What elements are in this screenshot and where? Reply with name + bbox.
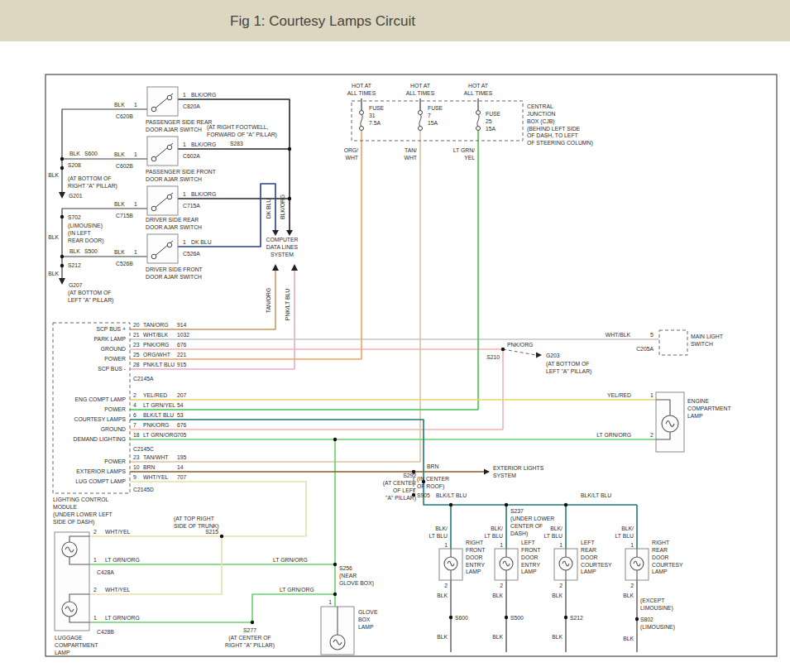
pin-function: LUG COMPT LAMP	[75, 478, 126, 484]
connector-label: C2145D	[133, 487, 154, 492]
wire-label: PNK/LT BLU	[285, 289, 290, 320]
wire-label: PNK/ORG	[143, 342, 169, 348]
circuit-number: 14	[177, 464, 184, 470]
connector-label: C2145A	[133, 376, 154, 382]
wire-label: TAN/ORG	[143, 322, 168, 328]
pin-label: 1	[134, 151, 137, 157]
connector-label: C602A	[183, 153, 200, 159]
wire-label: BLK	[48, 271, 59, 276]
component-name: DRIVER SIDE FRONTDOOR AJAR SWITCH	[146, 266, 203, 280]
switch-box	[147, 137, 178, 166]
connector-label: C602B	[116, 163, 133, 169]
switch-box	[147, 234, 178, 263]
switch-box	[147, 186, 178, 215]
connector-label: C205A	[636, 346, 654, 352]
splice-label: S283	[230, 141, 243, 146]
wire-label: BLK	[114, 151, 125, 157]
wire-label: BRN	[143, 464, 155, 470]
wire-label: YEL/RED	[607, 392, 631, 398]
page-title: Fig 1: Courtesy Lamps Circuit	[230, 13, 415, 29]
wire-label: BLK/LT BLU	[436, 492, 467, 498]
pin-label: 5	[650, 332, 654, 338]
splice-label: S208	[68, 162, 81, 168]
wire-label: BLK	[48, 234, 59, 240]
wire-label: LT GRN/ORG	[280, 587, 314, 593]
wire-label: BLK/LT BLU	[581, 492, 611, 498]
location-note: (AT TOP RIGHTSIDE OF TRUNK)	[174, 516, 219, 530]
connector-label: C715B	[116, 213, 133, 218]
pin-label: 2	[444, 583, 448, 588]
wire-label: BLK	[623, 636, 634, 641]
pin-function: GROUND	[101, 426, 126, 432]
wire-label: TAN/WHT	[405, 147, 418, 161]
wire-label: BLK	[552, 593, 563, 598]
splice-label: S905	[417, 492, 430, 498]
wire-label: ORG/WHT	[143, 352, 170, 358]
wire-label: TAN/WHT	[143, 454, 168, 460]
circuit-number: 914	[177, 322, 187, 328]
wire-label: BLK	[48, 172, 59, 178]
pin-label: 1	[650, 392, 654, 398]
system-reference: COMPUTERDATA LINESSYSTEM	[266, 237, 299, 257]
wire-label: LT GRN/ORG	[596, 432, 631, 438]
pin-label: 1	[134, 249, 137, 255]
wire-label: PNK/ORG	[143, 422, 169, 428]
splice-label: S212	[570, 615, 583, 621]
wire-label: WHT/BLK	[143, 332, 169, 338]
ground-label: G203	[546, 353, 560, 358]
splice-label: S702	[68, 214, 81, 220]
pin-label: 9	[133, 474, 136, 480]
wire-label: BLK	[623, 593, 634, 598]
splice-label: S500	[84, 248, 98, 254]
pin-label: 2	[559, 583, 563, 588]
connector-label: C428B	[97, 629, 114, 635]
switch-box	[147, 87, 178, 116]
connector-label: C526B	[116, 261, 133, 266]
splice-label: S215	[205, 529, 218, 535]
pin-label: 20	[133, 322, 140, 328]
connector-label: C428A	[97, 569, 114, 575]
wire-label: PNK/LT BLU	[143, 362, 175, 367]
wire-label: LT GRN/ORG	[105, 557, 140, 563]
splice-label: S500	[510, 615, 524, 621]
ground-label: G207	[69, 282, 83, 288]
wire-label: LT GRN/YEL	[143, 402, 175, 408]
pin-label: 4	[133, 402, 136, 408]
circuit-number: 53	[177, 412, 184, 418]
location-note: (AT BOTTOM OFLEFT "A" PILLAR)	[546, 361, 591, 375]
pin-label: 6	[133, 412, 136, 418]
pin-label: 1	[183, 142, 186, 147]
pin-label: 1	[93, 557, 97, 563]
pin-function: SCP BUS +	[96, 326, 126, 332]
wire-label: WHT/YEL	[143, 474, 168, 480]
pin-label: 1	[134, 201, 137, 207]
location-note: (AT BOTTOM OFRIGHT "A" PILLAR)	[68, 175, 117, 190]
wire-label: BLK/LT BLU	[143, 412, 174, 418]
component-name: DRIVER SIDE REARDOOR AJAR SWITCH	[146, 217, 202, 230]
pin-label: 2	[630, 583, 634, 588]
pin-label: 10	[133, 464, 140, 470]
pin-label: 2	[500, 583, 503, 588]
pin-function: GROUND	[101, 346, 126, 352]
pin-label: 7	[133, 422, 136, 428]
wire-label: LT GRN/ORG	[273, 557, 308, 563]
connector-label: C715A	[183, 203, 200, 209]
wire-label: BLK	[437, 593, 448, 598]
circuit-number: 207	[177, 392, 187, 398]
wire-label: BLK/ORG	[280, 194, 285, 219]
pin-function: PARK LAMP	[94, 336, 127, 342]
wire-label: TAN/ORG	[266, 288, 271, 313]
location-note: (IN CENTEROF ROOF)	[417, 476, 449, 490]
wire-label: BLK	[114, 102, 125, 108]
pin-label: 23	[133, 342, 140, 348]
wire-label: PNK/ORG	[507, 342, 533, 348]
circuit-number: 676	[177, 342, 187, 348]
pin-label: 18	[133, 432, 140, 438]
wire-label: BLK	[114, 249, 125, 255]
wire-label: DK BLU	[266, 199, 271, 219]
pin-label: 1	[630, 542, 634, 548]
pin-function: COURTESY LAMPS	[74, 416, 127, 422]
variant-note: (LIMOUSINE)	[640, 624, 675, 631]
pin-label: 1	[183, 191, 186, 197]
pin-function: POWER	[104, 356, 126, 362]
